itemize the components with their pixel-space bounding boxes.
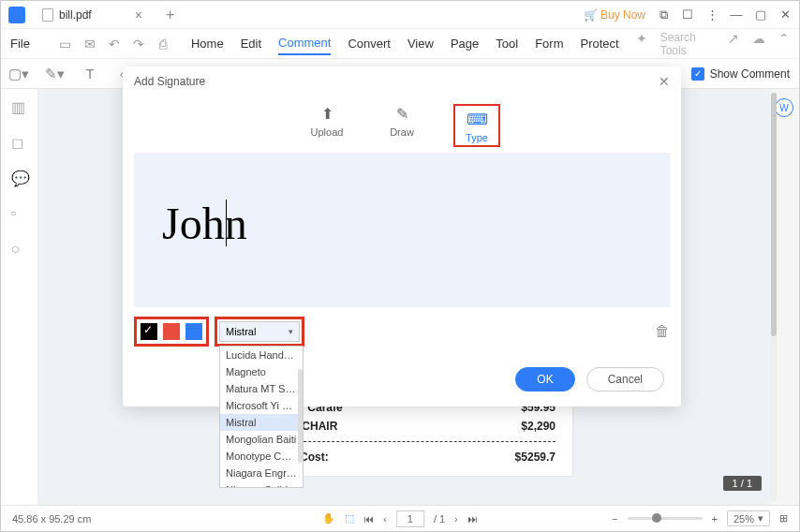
menu-tool[interactable]: Tool [496, 33, 518, 54]
tab-upload-label: Upload [311, 126, 344, 138]
maximize-button[interactable]: ▢ [754, 7, 767, 22]
modal-close-icon[interactable]: ✕ [659, 74, 670, 89]
redo-icon[interactable]: ↷ [131, 37, 146, 52]
text-caret [226, 200, 227, 246]
note-tool-icon[interactable]: ▢▾ [10, 66, 27, 82]
color-blue[interactable] [185, 323, 202, 340]
share-icon[interactable]: ⧉ [657, 7, 670, 22]
zoom-value: 25% [733, 513, 754, 525]
divider [271, 441, 556, 442]
total-row: Total Cost: $5259.7 [271, 448, 556, 466]
hand-tool-icon[interactable]: ✋ [322, 512, 335, 525]
show-comment-checkbox[interactable]: ✓ [691, 67, 704, 81]
search-panel-icon[interactable]: ○ [11, 241, 28, 258]
app-icon [8, 7, 25, 23]
word-export-icon[interactable]: W [775, 98, 793, 117]
font-selected: Mistral [226, 326, 256, 337]
minimize-button[interactable]: — [730, 7, 743, 22]
wand-icon[interactable]: ✦ [636, 31, 647, 57]
print-icon[interactable]: ⎙ [156, 37, 170, 52]
external-icon[interactable]: ↗ [728, 31, 739, 57]
menu-comment[interactable]: Comment [278, 32, 331, 55]
highlight-tool-icon[interactable]: ✎▾ [46, 66, 63, 82]
item-price: $2,290 [521, 420, 556, 433]
font-option[interactable]: Monotype Corsiva [220, 448, 303, 465]
fit-page-icon[interactable]: ⊞ [779, 512, 788, 525]
close-button[interactable]: ✕ [778, 7, 792, 22]
font-option[interactable]: Magneto [220, 363, 303, 380]
menu-form[interactable]: Form [535, 33, 563, 54]
trash-icon[interactable]: 🗑 [655, 323, 670, 340]
undo-icon[interactable]: ↶ [107, 37, 122, 52]
dropdown-scrollbar[interactable] [298, 369, 303, 463]
select-tool-icon[interactable]: ⬚ [345, 512, 354, 525]
font-option[interactable]: Lucida Handwri... [220, 347, 303, 363]
cloud-icon[interactable]: ☁ [752, 31, 765, 57]
add-signature-modal: Add Signature ✕ ⬆ Upload ✎ Draw ⌨ Type J… [123, 66, 681, 406]
zoom-out-icon[interactable]: − [612, 513, 617, 525]
tab-draw[interactable]: ✎ Draw [378, 104, 425, 147]
color-red[interactable] [163, 323, 180, 340]
cancel-button[interactable]: Cancel [586, 367, 664, 392]
color-black[interactable] [141, 323, 157, 340]
tab-close-icon[interactable]: × [135, 7, 142, 22]
font-dropdown-list: Lucida Handwri... Magneto Matura MT Scri… [219, 346, 304, 488]
tab-upload[interactable]: ⬆ Upload [304, 104, 350, 147]
tab-draw-label: Draw [390, 126, 414, 138]
menu-page[interactable]: Page [451, 33, 479, 54]
font-option[interactable]: Mongolian Baiti [220, 431, 303, 448]
notify-icon[interactable]: ☐ [681, 7, 694, 22]
table-row: NING CHAIR $2,290 [271, 417, 556, 436]
tab-type-label: Type [466, 132, 488, 143]
new-tab-button[interactable]: + [166, 7, 174, 23]
bookmark-icon[interactable]: ◻ [11, 134, 28, 151]
status-dimensions: 45.86 x 95.29 cm [12, 513, 91, 525]
collapse-icon[interactable]: ⌃ [778, 31, 790, 57]
next-page-icon[interactable]: › [454, 513, 458, 525]
document-tab[interactable]: bill.pdf × [33, 1, 152, 28]
search-tools-input[interactable]: Search Tools [660, 31, 715, 57]
last-page-icon[interactable]: ⏭ [467, 513, 478, 525]
menu-protect[interactable]: Protect [580, 33, 618, 54]
thumbnails-icon[interactable]: ▥ [11, 98, 28, 115]
ok-button[interactable]: OK [515, 367, 574, 392]
chevron-down-icon: ▾ [289, 327, 293, 336]
attachment-icon[interactable]: ▫ [11, 205, 28, 222]
draw-icon: ✎ [393, 104, 411, 123]
page-total: / 1 [434, 513, 445, 525]
page-indicator-badge: 1 / 1 [723, 476, 762, 491]
save-icon[interactable]: ▭ [58, 37, 73, 52]
menu-convert[interactable]: Convert [348, 33, 391, 54]
scrollbar-thumb[interactable] [771, 93, 777, 336]
font-option[interactable]: Niagara Solid [220, 481, 303, 488]
page-number-input[interactable]: 1 [396, 510, 424, 527]
font-dropdown[interactable]: Mistral ▾ [219, 321, 300, 342]
font-option[interactable]: Microsoft Yi Baiti [220, 397, 303, 414]
tab-type[interactable]: ⌨ Type [453, 104, 500, 147]
chevron-down-icon: ▾ [758, 512, 763, 525]
kebab-icon[interactable]: ⋮ [705, 7, 719, 22]
upload-icon: ⬆ [318, 104, 336, 123]
menu-file[interactable]: File [10, 33, 30, 54]
menu-home[interactable]: Home [191, 33, 224, 54]
buy-now-button[interactable]: 🛒 Buy Now [584, 8, 645, 22]
signature-canvas[interactable]: John [134, 153, 670, 307]
zoom-slider[interactable] [628, 517, 703, 520]
mail-icon[interactable]: ✉ [82, 37, 97, 52]
font-option[interactable]: Matura MT Scrip... [220, 380, 303, 397]
menu-edit[interactable]: Edit [241, 33, 261, 54]
first-page-icon[interactable]: ⏮ [363, 513, 374, 525]
zoom-in-icon[interactable]: + [712, 513, 718, 525]
buy-now-label: Buy Now [600, 8, 645, 22]
prev-page-icon[interactable]: ‹ [383, 513, 387, 525]
keyboard-icon: ⌨ [467, 110, 486, 128]
font-option[interactable]: Niagara Engraved [220, 465, 303, 481]
text-tool-icon[interactable]: T [81, 66, 98, 82]
zoom-slider-knob[interactable] [652, 513, 661, 523]
menu-view[interactable]: View [407, 33, 434, 54]
tab-filename: bill.pdf [59, 8, 92, 22]
zoom-dropdown[interactable]: 25%▾ [727, 510, 770, 526]
font-option-selected[interactable]: Mistral [220, 414, 303, 431]
comment-panel-icon[interactable]: 💬 [11, 170, 28, 186]
color-swatch-group [134, 317, 209, 347]
